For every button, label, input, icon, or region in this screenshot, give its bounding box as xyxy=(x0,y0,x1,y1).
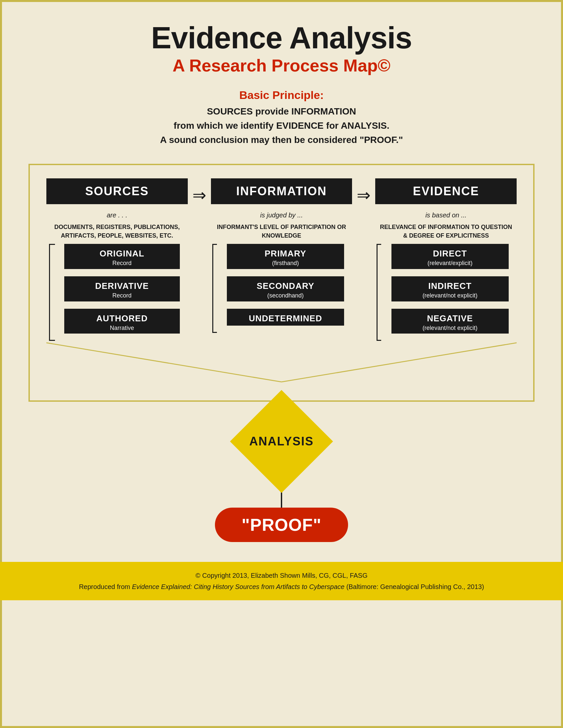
evidence-item-indirect: INDIRECT (relevant/not explicit) xyxy=(392,276,509,301)
information-item-secondary-main: SECONDARY xyxy=(257,281,314,291)
information-items: PRIMARY (firsthand) SECONDARY (secondhan… xyxy=(211,244,352,333)
information-bracket xyxy=(212,244,217,333)
information-column: INFORMATION is judged by ... INFORMANT'S… xyxy=(211,178,352,333)
funnel-svg xyxy=(46,341,517,384)
footer-line2-suffix: (Baltimore: Genealogical Publishing Co.,… xyxy=(345,583,484,590)
evidence-item-indirect-main: INDIRECT xyxy=(428,281,472,291)
evidence-header: EVIDENCE xyxy=(375,178,517,204)
principle-line3: A sound conclusion may then be considere… xyxy=(160,135,403,145)
footer: © Copyright 2013, Elizabeth Shown Mills,… xyxy=(0,562,563,600)
footer-line1: © Copyright 2013, Elizabeth Shown Mills,… xyxy=(195,572,367,579)
evidence-desc-wrapper: is based on ... RELEVANCE OF INFORMATION… xyxy=(375,204,517,244)
evidence-desc-italic: is based on ... xyxy=(375,204,517,223)
sources-item-original-main: ORIGINAL xyxy=(100,249,144,258)
evidence-item-direct-sub: (relevant/explicit) xyxy=(398,260,502,267)
sources-item-authored-main: AUTHORED xyxy=(96,313,148,323)
sources-item-authored: AUTHORED Narrative xyxy=(64,309,180,334)
evidence-desc-bold: RELEVANCE OF INFORMATION TO QUESTION & D… xyxy=(375,223,517,244)
principle-text: SOURCES provide INFORMATION from which w… xyxy=(160,104,403,147)
sources-header: SOURCES xyxy=(46,178,188,204)
evidence-item-direct-main: DIRECT xyxy=(433,249,467,258)
evidence-column: EVIDENCE is based on ... RELEVANCE OF IN… xyxy=(375,178,517,341)
sources-item-original-sub: Record xyxy=(71,260,173,267)
basic-principle-label: Basic Principle: xyxy=(239,89,324,102)
evidence-items: DIRECT (relevant/explicit) INDIRECT (rel… xyxy=(375,244,517,341)
information-item-secondary-sub: (secondhand) xyxy=(233,292,338,299)
sources-item-derivative-sub: Record xyxy=(71,292,173,299)
information-item-undetermined: UNDETERMINED xyxy=(227,309,344,326)
evidence-item-direct: DIRECT (relevant/explicit) xyxy=(392,244,509,269)
information-item-primary-sub: (firsthand) xyxy=(233,260,338,267)
svg-line-1 xyxy=(282,343,517,382)
svg-line-0 xyxy=(46,343,282,382)
subtitle: A Research Process Map© xyxy=(151,56,412,75)
evidence-item-negative-sub: (relevant/not explicit) xyxy=(398,325,502,332)
evidence-bracket xyxy=(377,244,381,341)
footer-line2-italic: Evidence Explained: Citing History Sourc… xyxy=(132,583,345,590)
footer-text: © Copyright 2013, Elizabeth Shown Mills,… xyxy=(20,570,543,592)
sources-items: ORIGINAL Record DERIVATIVE Record AUTHOR… xyxy=(46,244,188,341)
principle-line2: from which we identify EVIDENCE for ANAL… xyxy=(173,120,389,131)
sources-item-derivative: DERIVATIVE Record xyxy=(64,276,180,301)
information-item-primary-main: PRIMARY xyxy=(264,249,306,258)
evidence-item-negative: NEGATIVE (relevant/not explicit) xyxy=(392,309,509,334)
analysis-section: ANALYSIS "PROOF" xyxy=(215,402,348,542)
sources-item-authored-sub: Narrative xyxy=(71,325,173,332)
information-item-primary: PRIMARY (firsthand) xyxy=(227,244,344,269)
information-item-secondary: SECONDARY (secondhand) xyxy=(227,276,344,301)
sources-desc-bold: DOCUMENTS, REGISTERS, PUBLICATIONS, ARTI… xyxy=(46,223,188,244)
sources-item-original: ORIGINAL Record xyxy=(64,244,180,269)
title-section: Evidence Analysis A Research Process Map… xyxy=(151,22,412,75)
information-desc-wrapper: is judged by ... INFORMANT'S LEVEL OF PA… xyxy=(211,204,352,244)
page-wrapper: Evidence Analysis A Research Process Map… xyxy=(0,0,563,728)
information-item-undetermined-main: UNDETERMINED xyxy=(249,313,322,323)
analysis-label: ANALYSIS xyxy=(249,434,314,448)
sources-bracket xyxy=(49,244,55,341)
footer-line2-prefix: Reproduced from xyxy=(79,583,132,590)
sources-desc-italic: are . . . xyxy=(46,204,188,223)
proof-pill: "PROOF" xyxy=(215,508,348,542)
information-header: INFORMATION xyxy=(211,178,352,204)
sources-column: SOURCES are . . . DOCUMENTS, REGISTERS, … xyxy=(46,178,188,341)
arrow1: ⇒ xyxy=(188,178,211,205)
evidence-item-indirect-sub: (relevant/not explicit) xyxy=(398,292,502,299)
evidence-item-negative-main: NEGATIVE xyxy=(427,313,473,323)
principle-line1: SOURCES provide INFORMATION xyxy=(207,106,356,116)
arrow2: ⇒ xyxy=(352,178,375,205)
main-title: Evidence Analysis xyxy=(151,22,412,54)
sources-desc-wrapper: are . . . DOCUMENTS, REGISTERS, PUBLICAT… xyxy=(46,204,188,244)
information-desc-italic: is judged by ... xyxy=(211,204,352,223)
diagram-outer: SOURCES are . . . DOCUMENTS, REGISTERS, … xyxy=(28,164,535,402)
diamond-wrapper: ANALYSIS xyxy=(235,395,328,488)
sources-item-derivative-main: DERIVATIVE xyxy=(95,281,149,291)
information-desc-bold: INFORMANT'S LEVEL OF PARTICIPATION OR KN… xyxy=(211,223,352,244)
columns-row: SOURCES are . . . DOCUMENTS, REGISTERS, … xyxy=(46,178,517,341)
